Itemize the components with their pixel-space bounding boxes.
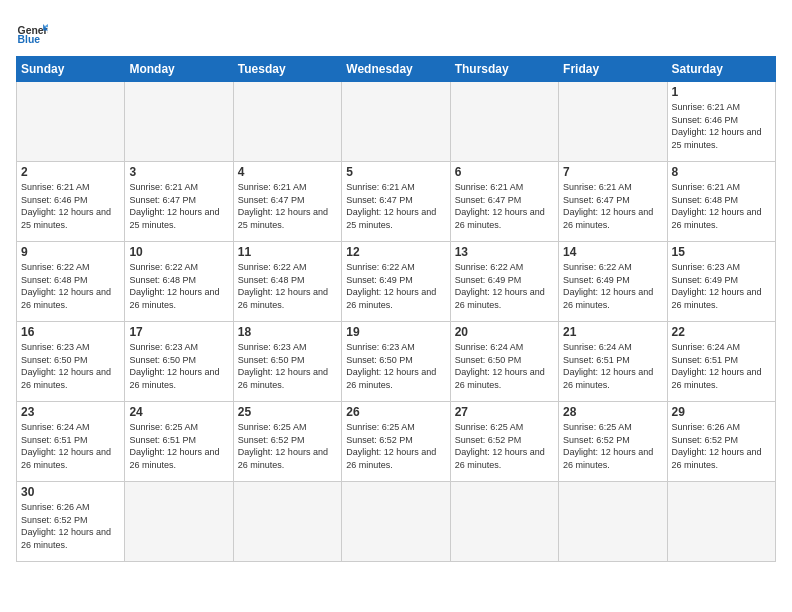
day-cell: 8Sunrise: 6:21 AMSunset: 6:48 PMDaylight… — [667, 162, 775, 242]
day-number: 2 — [21, 165, 120, 179]
day-cell — [17, 82, 125, 162]
day-cell: 4Sunrise: 6:21 AMSunset: 6:47 PMDaylight… — [233, 162, 341, 242]
day-info: Sunrise: 6:23 AMSunset: 6:50 PMDaylight:… — [21, 341, 120, 391]
day-cell: 6Sunrise: 6:21 AMSunset: 6:47 PMDaylight… — [450, 162, 558, 242]
day-info: Sunrise: 6:24 AMSunset: 6:51 PMDaylight:… — [563, 341, 662, 391]
day-number: 9 — [21, 245, 120, 259]
day-info: Sunrise: 6:21 AMSunset: 6:47 PMDaylight:… — [129, 181, 228, 231]
day-info: Sunrise: 6:21 AMSunset: 6:47 PMDaylight:… — [238, 181, 337, 231]
day-number: 14 — [563, 245, 662, 259]
day-cell — [125, 482, 233, 562]
day-cell: 18Sunrise: 6:23 AMSunset: 6:50 PMDayligh… — [233, 322, 341, 402]
day-cell — [342, 82, 450, 162]
day-number: 17 — [129, 325, 228, 339]
day-cell — [559, 82, 667, 162]
day-cell: 17Sunrise: 6:23 AMSunset: 6:50 PMDayligh… — [125, 322, 233, 402]
day-cell: 7Sunrise: 6:21 AMSunset: 6:47 PMDaylight… — [559, 162, 667, 242]
day-cell — [233, 482, 341, 562]
day-cell: 29Sunrise: 6:26 AMSunset: 6:52 PMDayligh… — [667, 402, 775, 482]
week-row-4: 16Sunrise: 6:23 AMSunset: 6:50 PMDayligh… — [17, 322, 776, 402]
day-info: Sunrise: 6:24 AMSunset: 6:51 PMDaylight:… — [21, 421, 120, 471]
day-number: 15 — [672, 245, 771, 259]
day-info: Sunrise: 6:23 AMSunset: 6:50 PMDaylight:… — [238, 341, 337, 391]
logo-icon: General Blue — [16, 16, 48, 48]
logo: General Blue — [16, 16, 48, 48]
day-cell — [450, 82, 558, 162]
day-cell — [559, 482, 667, 562]
day-number: 8 — [672, 165, 771, 179]
day-number: 22 — [672, 325, 771, 339]
day-info: Sunrise: 6:21 AMSunset: 6:47 PMDaylight:… — [563, 181, 662, 231]
day-number: 23 — [21, 405, 120, 419]
day-info: Sunrise: 6:25 AMSunset: 6:52 PMDaylight:… — [455, 421, 554, 471]
day-header-sunday: Sunday — [17, 57, 125, 82]
day-number: 30 — [21, 485, 120, 499]
day-number: 19 — [346, 325, 445, 339]
day-cell: 3Sunrise: 6:21 AMSunset: 6:47 PMDaylight… — [125, 162, 233, 242]
day-cell: 2Sunrise: 6:21 AMSunset: 6:46 PMDaylight… — [17, 162, 125, 242]
day-info: Sunrise: 6:25 AMSunset: 6:52 PMDaylight:… — [346, 421, 445, 471]
day-number: 12 — [346, 245, 445, 259]
day-cell: 25Sunrise: 6:25 AMSunset: 6:52 PMDayligh… — [233, 402, 341, 482]
day-header-tuesday: Tuesday — [233, 57, 341, 82]
day-info: Sunrise: 6:21 AMSunset: 6:47 PMDaylight:… — [455, 181, 554, 231]
day-number: 21 — [563, 325, 662, 339]
day-info: Sunrise: 6:22 AMSunset: 6:49 PMDaylight:… — [455, 261, 554, 311]
day-cell: 12Sunrise: 6:22 AMSunset: 6:49 PMDayligh… — [342, 242, 450, 322]
day-info: Sunrise: 6:26 AMSunset: 6:52 PMDaylight:… — [21, 501, 120, 551]
day-number: 16 — [21, 325, 120, 339]
day-cell: 1Sunrise: 6:21 AMSunset: 6:46 PMDaylight… — [667, 82, 775, 162]
day-header-thursday: Thursday — [450, 57, 558, 82]
day-number: 20 — [455, 325, 554, 339]
day-header-wednesday: Wednesday — [342, 57, 450, 82]
day-cell: 30Sunrise: 6:26 AMSunset: 6:52 PMDayligh… — [17, 482, 125, 562]
day-number: 27 — [455, 405, 554, 419]
day-cell — [233, 82, 341, 162]
day-cell: 9Sunrise: 6:22 AMSunset: 6:48 PMDaylight… — [17, 242, 125, 322]
day-cell — [450, 482, 558, 562]
day-number: 4 — [238, 165, 337, 179]
day-cell — [342, 482, 450, 562]
day-cell: 5Sunrise: 6:21 AMSunset: 6:47 PMDaylight… — [342, 162, 450, 242]
day-cell: 26Sunrise: 6:25 AMSunset: 6:52 PMDayligh… — [342, 402, 450, 482]
day-header-monday: Monday — [125, 57, 233, 82]
day-cell: 15Sunrise: 6:23 AMSunset: 6:49 PMDayligh… — [667, 242, 775, 322]
day-info: Sunrise: 6:22 AMSunset: 6:48 PMDaylight:… — [238, 261, 337, 311]
page-header: General Blue — [16, 16, 776, 48]
day-cell: 24Sunrise: 6:25 AMSunset: 6:51 PMDayligh… — [125, 402, 233, 482]
day-info: Sunrise: 6:22 AMSunset: 6:49 PMDaylight:… — [563, 261, 662, 311]
day-cell: 21Sunrise: 6:24 AMSunset: 6:51 PMDayligh… — [559, 322, 667, 402]
day-info: Sunrise: 6:22 AMSunset: 6:49 PMDaylight:… — [346, 261, 445, 311]
day-info: Sunrise: 6:24 AMSunset: 6:50 PMDaylight:… — [455, 341, 554, 391]
day-info: Sunrise: 6:21 AMSunset: 6:46 PMDaylight:… — [21, 181, 120, 231]
day-cell: 10Sunrise: 6:22 AMSunset: 6:48 PMDayligh… — [125, 242, 233, 322]
day-info: Sunrise: 6:25 AMSunset: 6:52 PMDaylight:… — [563, 421, 662, 471]
day-info: Sunrise: 6:22 AMSunset: 6:48 PMDaylight:… — [21, 261, 120, 311]
day-info: Sunrise: 6:26 AMSunset: 6:52 PMDaylight:… — [672, 421, 771, 471]
day-number: 10 — [129, 245, 228, 259]
day-cell: 11Sunrise: 6:22 AMSunset: 6:48 PMDayligh… — [233, 242, 341, 322]
day-cell: 23Sunrise: 6:24 AMSunset: 6:51 PMDayligh… — [17, 402, 125, 482]
day-number: 24 — [129, 405, 228, 419]
day-number: 6 — [455, 165, 554, 179]
day-cell: 22Sunrise: 6:24 AMSunset: 6:51 PMDayligh… — [667, 322, 775, 402]
day-number: 13 — [455, 245, 554, 259]
week-row-2: 2Sunrise: 6:21 AMSunset: 6:46 PMDaylight… — [17, 162, 776, 242]
week-row-6: 30Sunrise: 6:26 AMSunset: 6:52 PMDayligh… — [17, 482, 776, 562]
day-cell: 16Sunrise: 6:23 AMSunset: 6:50 PMDayligh… — [17, 322, 125, 402]
day-number: 3 — [129, 165, 228, 179]
day-cell: 28Sunrise: 6:25 AMSunset: 6:52 PMDayligh… — [559, 402, 667, 482]
calendar-table: SundayMondayTuesdayWednesdayThursdayFrid… — [16, 56, 776, 562]
day-cell — [667, 482, 775, 562]
day-number: 1 — [672, 85, 771, 99]
day-number: 18 — [238, 325, 337, 339]
day-info: Sunrise: 6:25 AMSunset: 6:52 PMDaylight:… — [238, 421, 337, 471]
day-info: Sunrise: 6:24 AMSunset: 6:51 PMDaylight:… — [672, 341, 771, 391]
week-row-3: 9Sunrise: 6:22 AMSunset: 6:48 PMDaylight… — [17, 242, 776, 322]
day-info: Sunrise: 6:25 AMSunset: 6:51 PMDaylight:… — [129, 421, 228, 471]
day-cell: 13Sunrise: 6:22 AMSunset: 6:49 PMDayligh… — [450, 242, 558, 322]
day-number: 28 — [563, 405, 662, 419]
day-cell: 20Sunrise: 6:24 AMSunset: 6:50 PMDayligh… — [450, 322, 558, 402]
day-cell: 19Sunrise: 6:23 AMSunset: 6:50 PMDayligh… — [342, 322, 450, 402]
day-header-saturday: Saturday — [667, 57, 775, 82]
